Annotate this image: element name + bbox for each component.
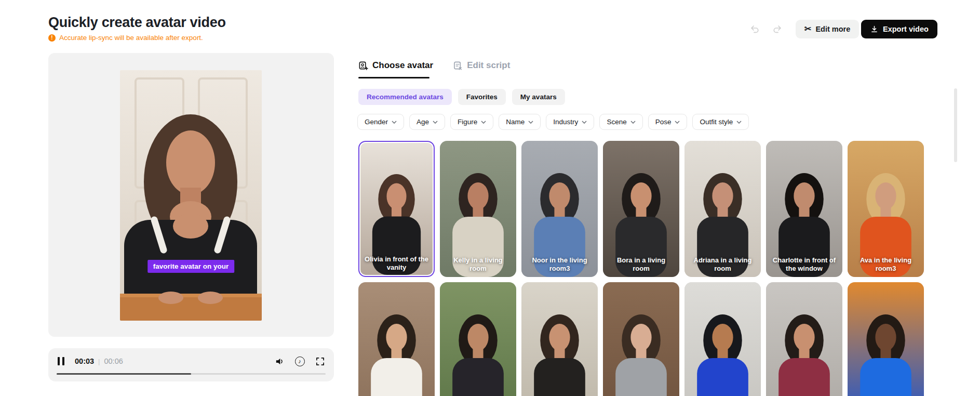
- chevron-down-icon: [481, 121, 486, 124]
- filter-industry[interactable]: Industry: [546, 114, 594, 130]
- filter-figure[interactable]: Figure: [450, 114, 493, 130]
- avatar-card-5[interactable]: Adriana in a living room: [684, 141, 761, 277]
- edit-script-icon: [453, 61, 463, 71]
- warning-text: Accurate lip-sync will be available afte…: [59, 34, 203, 42]
- total-duration: 00:06: [104, 357, 123, 365]
- video-preview[interactable]: favorite avatar on your: [120, 70, 262, 321]
- avatar-thumbnail: [358, 282, 435, 396]
- undo-button[interactable]: [748, 23, 761, 36]
- avatar-name-label: Adriana in a living room: [684, 256, 761, 272]
- chip-my-avatars[interactable]: My avatars: [512, 89, 565, 105]
- volume-button[interactable]: [274, 355, 285, 367]
- avatar-thumbnail: [848, 282, 924, 396]
- download-icon: [870, 25, 879, 34]
- avatar-name-label: Noor in the living room3: [521, 256, 598, 272]
- avatar-name-label: Ava in the living room3: [848, 256, 924, 272]
- chevron-down-icon: [736, 121, 742, 124]
- avatar-card-6[interactable]: Charlotte in front of the window: [766, 141, 842, 277]
- chevron-down-icon: [433, 121, 438, 124]
- avatar-thumbnail: [521, 282, 598, 396]
- chip-recommended-avatars[interactable]: Recommended avatars: [358, 89, 452, 105]
- current-time: 00:03: [75, 357, 94, 365]
- avatar-thumbnail: [440, 282, 516, 396]
- chevron-down-icon: [675, 121, 680, 124]
- avatar-card-8[interactable]: [358, 282, 435, 396]
- page-title: Quickly create avatar video: [48, 15, 226, 31]
- tab-bar: Choose avatar Edit script: [358, 60, 510, 71]
- avatar-card-14[interactable]: [848, 282, 924, 396]
- avatar-card-1[interactable]: Olivia in front of the vanity: [358, 141, 435, 277]
- redo-button[interactable]: [771, 23, 784, 36]
- avatar-card-7[interactable]: Ava in the living room3: [848, 141, 924, 277]
- progress-fill: [57, 373, 191, 375]
- warning-icon: !: [48, 34, 56, 42]
- undo-icon: [749, 24, 760, 34]
- soundtrack-button[interactable]: ♪: [294, 355, 305, 367]
- filter-age[interactable]: Age: [409, 114, 445, 130]
- avatar-category-chips: Recommended avatars Favorites My avatars: [358, 89, 565, 105]
- avatar-name-label: Kelly in a living room: [440, 256, 516, 272]
- filter-bar: Gender Age Figure Name Industry Scene Po…: [357, 114, 749, 130]
- avatar-card-9[interactable]: [440, 282, 516, 396]
- video-preview-panel: favorite avatar on your: [48, 53, 334, 337]
- chevron-down-icon: [630, 121, 636, 124]
- avatar-name-label: Bora in a living room: [603, 256, 679, 272]
- fullscreen-icon: [315, 357, 325, 366]
- avatar-card-11[interactable]: [603, 282, 679, 396]
- avatar-thumbnail: [684, 282, 761, 396]
- avatar-name-label: Charlotte in front of the window: [766, 256, 842, 272]
- chevron-down-icon: [528, 121, 533, 124]
- avatar-thumbnail: [603, 282, 679, 396]
- avatar-card-10[interactable]: [521, 282, 598, 396]
- lip-sync-warning: ! Accurate lip-sync will be available af…: [48, 34, 203, 42]
- filter-name[interactable]: Name: [499, 114, 541, 130]
- avatar-card-12[interactable]: [684, 282, 761, 396]
- pause-button[interactable]: [57, 356, 68, 366]
- scrollbar-thumb[interactable]: [954, 88, 957, 162]
- speaker-icon: [275, 357, 285, 366]
- redo-icon: [772, 24, 783, 34]
- fullscreen-button[interactable]: [314, 355, 326, 367]
- avatar-card-3[interactable]: Noor in the living room3: [521, 141, 598, 277]
- chip-favorites[interactable]: Favorites: [458, 89, 506, 105]
- avatar-grid: Olivia in front of the vanity Kelly in a…: [358, 141, 924, 396]
- edit-more-button[interactable]: ✂ Edit more: [796, 20, 859, 38]
- avatar-video-frame: [120, 70, 262, 321]
- music-note-icon: ♪: [295, 357, 305, 366]
- choose-avatar-icon: [358, 61, 368, 71]
- chevron-down-icon: [392, 121, 397, 124]
- avatar-thumbnail: [766, 282, 842, 396]
- progress-bar[interactable]: [57, 373, 326, 375]
- avatar-name-label: Olivia in front of the vanity: [359, 255, 434, 271]
- active-tab-underline: [358, 77, 429, 78]
- filter-scene[interactable]: Scene: [599, 114, 642, 130]
- filter-outfit-style[interactable]: Outfit style: [692, 114, 749, 130]
- video-player-bar: 00:03 | 00:06 ♪: [48, 348, 334, 381]
- avatar-card-13[interactable]: [766, 282, 842, 396]
- pause-icon: [58, 357, 60, 365]
- tab-edit-script[interactable]: Edit script: [453, 60, 510, 71]
- avatar-card-4[interactable]: Bora in a living room: [603, 141, 679, 277]
- tab-choose-avatar[interactable]: Choose avatar: [358, 60, 433, 71]
- chevron-down-icon: [582, 121, 587, 124]
- filter-gender[interactable]: Gender: [357, 114, 404, 130]
- video-caption: favorite avatar on your: [147, 260, 235, 273]
- export-video-button[interactable]: Export video: [861, 20, 937, 38]
- scissors-icon: ✂: [804, 25, 811, 33]
- app-root: Quickly create avatar video ! Accurate l…: [0, 0, 980, 396]
- avatar-card-2[interactable]: Kelly in a living room: [440, 141, 516, 277]
- filter-pose[interactable]: Pose: [648, 114, 688, 130]
- time-separator: |: [98, 358, 100, 365]
